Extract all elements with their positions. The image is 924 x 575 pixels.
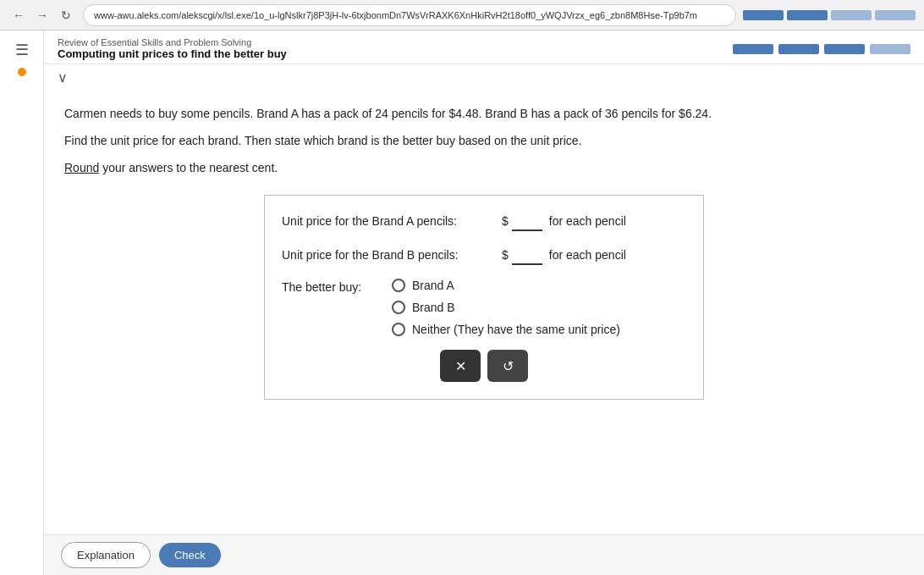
brand-b-price-input[interactable] xyxy=(512,245,542,265)
menu-icon[interactable]: ☰ xyxy=(12,37,32,63)
problem-line3: Round your answers to the nearest cent. xyxy=(64,158,904,179)
better-buy-label: The better buy: xyxy=(282,279,392,294)
problem-area: Carmen needs to buy some pencils. Brand … xyxy=(44,91,924,430)
radio-options: Brand A Brand B Neither (They have the s… xyxy=(392,279,620,336)
topic-label: Review of Essential Skills and Problem S… xyxy=(58,37,287,47)
check-button[interactable]: Check xyxy=(159,543,221,567)
prog3 xyxy=(824,44,865,54)
radio-brand-b[interactable]: Brand B xyxy=(392,301,620,314)
main-area: ☰ Review of Essential Skills and Problem… xyxy=(0,30,924,575)
back-button[interactable]: ← xyxy=(8,5,29,25)
progress-seg-2 xyxy=(787,10,828,20)
clear-button[interactable]: ✕ xyxy=(440,350,481,382)
status-dot xyxy=(18,68,26,76)
forward-button[interactable]: → xyxy=(32,5,52,25)
brand-b-row: Unit price for the Brand B pencils: $ fo… xyxy=(282,245,686,265)
answer-box: Unit price for the Brand A pencils: $ fo… xyxy=(264,195,704,400)
progress-seg-3 xyxy=(831,10,872,20)
explanation-button[interactable]: Explanation xyxy=(61,542,151,568)
topic-title: Computing unit prices to find the better… xyxy=(58,47,287,60)
problem-line3-suffix: your answers to the nearest cent. xyxy=(99,161,278,174)
brand-b-label: Unit price for the Brand B pencils: xyxy=(282,248,502,262)
better-buy-section: The better buy: Brand A Brand B xyxy=(282,279,686,336)
brand-a-label: Unit price for the Brand A pencils: xyxy=(282,214,502,228)
brand-a-input-wrap: $ for each pencil xyxy=(502,211,626,231)
brand-a-row: Unit price for the Brand A pencils: $ fo… xyxy=(282,211,686,231)
radio-circle-b xyxy=(392,301,405,314)
better-buy-label-row: The better buy: Brand A Brand B xyxy=(282,279,686,336)
problem-line1: Carmen needs to buy some pencils. Brand … xyxy=(64,104,904,124)
sidebar: ☰ xyxy=(0,30,44,575)
radio-brand-a[interactable]: Brand A xyxy=(392,279,620,292)
browser-nav: ← → ↻ xyxy=(8,5,76,25)
radio-circle-a xyxy=(392,279,405,292)
prog1 xyxy=(733,44,773,54)
problem-line2: Find the unit price for each brand. Then… xyxy=(64,131,904,152)
brand-a-price-input[interactable] xyxy=(512,211,542,231)
prog2 xyxy=(778,44,819,54)
brand-b-per-pencil: for each pencil xyxy=(549,248,626,262)
progress-seg-4 xyxy=(875,10,916,20)
radio-label-b: Brand B xyxy=(412,301,455,314)
brand-b-input-wrap: $ for each pencil xyxy=(502,245,626,265)
brand-a-dollar: $ xyxy=(502,214,509,228)
radio-circle-neither xyxy=(392,323,405,336)
top-bar: Review of Essential Skills and Problem S… xyxy=(44,30,924,64)
browser-bar: ← → ↻ xyxy=(0,0,924,30)
content-area: Review of Essential Skills and Problem S… xyxy=(44,30,924,575)
url-bar[interactable] xyxy=(83,4,736,26)
action-buttons: ✕ ↺ xyxy=(282,350,686,382)
radio-label-a: Brand A xyxy=(412,279,454,292)
brand-b-dollar: $ xyxy=(502,248,509,262)
top-bar-right xyxy=(733,44,910,54)
redo-button[interactable]: ↺ xyxy=(487,350,528,382)
browser-actions xyxy=(743,10,916,20)
radio-label-neither: Neither (They have the same unit price) xyxy=(412,323,620,336)
refresh-button[interactable]: ↻ xyxy=(56,5,76,25)
prog4 xyxy=(870,44,910,54)
round-underline: Round xyxy=(64,161,99,174)
progress-seg-1 xyxy=(743,10,784,20)
top-bar-left: Review of Essential Skills and Problem S… xyxy=(58,37,287,60)
bottom-bar: Explanation Check xyxy=(44,534,924,575)
radio-neither[interactable]: Neither (They have the same unit price) xyxy=(392,323,620,336)
brand-a-per-pencil: for each pencil xyxy=(549,214,626,228)
expand-row[interactable]: ∨ xyxy=(44,64,924,91)
